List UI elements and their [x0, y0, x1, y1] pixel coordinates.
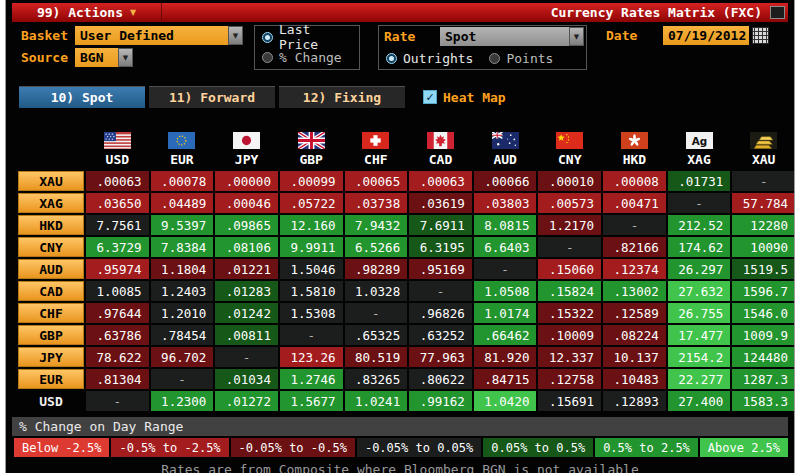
rate-cell-aud-jpy[interactable]: .01221	[215, 259, 278, 279]
rate-cell-aud-xau[interactable]: 1519.5	[732, 259, 795, 279]
rate-cell-cny-jpy[interactable]: .08106	[215, 237, 278, 257]
rate-cell-hkd-xau[interactable]: 12280	[732, 215, 795, 235]
rate-cell-eur-cny[interactable]: .12758	[538, 369, 601, 389]
rate-cell-cad-gbp[interactable]: 1.5810	[280, 281, 343, 301]
rate-cell-aud-cny[interactable]: .15060	[538, 259, 601, 279]
tab-fixing[interactable]: 12) Fixing	[279, 86, 405, 108]
rate-cell-xau-eur[interactable]: .00078	[151, 171, 214, 191]
rate-cell-eur-gbp[interactable]: 1.2746	[280, 369, 343, 389]
row-label-chf[interactable]: CHF	[18, 303, 84, 323]
rate-cell-jpy-jpy[interactable]: -	[215, 347, 278, 367]
column-header-cny[interactable]: CNY	[538, 113, 601, 169]
column-header-usd[interactable]: USD	[86, 113, 149, 169]
rate-cell-chf-usd[interactable]: .97644	[86, 303, 149, 323]
heat-map-toggle[interactable]: ✓ Heat Map	[423, 86, 506, 108]
rate-cell-eur-cad[interactable]: .80622	[409, 369, 472, 389]
rate-cell-xag-aud[interactable]: .03803	[474, 193, 537, 213]
rate-cell-gbp-xau[interactable]: 1009.9	[732, 325, 795, 345]
rate-cell-chf-xau[interactable]: 1546.0	[732, 303, 795, 323]
rate-cell-cad-xau[interactable]: 1596.7	[732, 281, 795, 301]
rate-cell-hkd-cny[interactable]: 1.2170	[538, 215, 601, 235]
rate-cell-cny-eur[interactable]: 7.8384	[151, 237, 214, 257]
rate-cell-jpy-usd[interactable]: 78.622	[86, 347, 149, 367]
rate-cell-xau-chf[interactable]: .00065	[345, 171, 408, 191]
rate-cell-jpy-hkd[interactable]: 10.137	[603, 347, 666, 367]
rate-cell-eur-chf[interactable]: .83265	[345, 369, 408, 389]
rate-cell-xag-usd[interactable]: .03650	[86, 193, 149, 213]
rate-cell-xag-xag[interactable]: -	[668, 193, 731, 213]
rate-cell-xau-xag[interactable]: .01731	[668, 171, 731, 191]
points-radio[interactable]: Points	[489, 48, 553, 68]
row-label-gbp[interactable]: GBP	[18, 325, 84, 345]
rate-select[interactable]: Spot	[440, 27, 569, 46]
rate-cell-jpy-aud[interactable]: 81.920	[474, 347, 537, 367]
rate-cell-cny-gbp[interactable]: 9.9911	[280, 237, 343, 257]
rate-cell-usd-usd[interactable]: -	[86, 391, 149, 411]
rate-cell-hkd-jpy[interactable]: .09865	[215, 215, 278, 235]
rate-cell-aud-aud[interactable]: -	[474, 259, 537, 279]
rate-cell-cad-cny[interactable]: .15824	[538, 281, 601, 301]
row-label-cad[interactable]: CAD	[18, 281, 84, 301]
rate-cell-xau-xau[interactable]: -	[732, 171, 795, 191]
rate-cell-cny-xag[interactable]: 174.62	[668, 237, 731, 257]
rate-cell-usd-cad[interactable]: .99162	[409, 391, 472, 411]
rate-cell-cad-aud[interactable]: 1.0508	[474, 281, 537, 301]
rate-cell-hkd-aud[interactable]: 8.0815	[474, 215, 537, 235]
rate-cell-aud-xag[interactable]: 26.297	[668, 259, 731, 279]
rate-cell-xag-gbp[interactable]: .05722	[280, 193, 343, 213]
rate-cell-jpy-cny[interactable]: 12.337	[538, 347, 601, 367]
rate-cell-jpy-chf[interactable]: 80.519	[345, 347, 408, 367]
rate-cell-hkd-eur[interactable]: 9.5397	[151, 215, 214, 235]
basket-select-arrow[interactable]: ▼	[228, 26, 243, 45]
rate-cell-gbp-cny[interactable]: .10009	[538, 325, 601, 345]
rate-select-arrow[interactable]: ▼	[569, 27, 584, 46]
column-header-hkd[interactable]: HKD	[603, 113, 666, 169]
rate-cell-cny-cad[interactable]: 6.3195	[409, 237, 472, 257]
column-header-aud[interactable]: AUD	[474, 113, 537, 169]
rate-cell-gbp-hkd[interactable]: .08224	[603, 325, 666, 345]
rate-cell-xau-cad[interactable]: .00063	[409, 171, 472, 191]
source-select[interactable]: BGN	[75, 48, 118, 67]
rate-cell-xau-usd[interactable]: .00063	[86, 171, 149, 191]
rate-cell-aud-cad[interactable]: .95169	[409, 259, 472, 279]
rate-cell-usd-hkd[interactable]: .12893	[603, 391, 666, 411]
rate-cell-xau-aud[interactable]: .00066	[474, 171, 537, 191]
rate-cell-cad-eur[interactable]: 1.2403	[151, 281, 214, 301]
basket-select[interactable]: User Defined	[75, 26, 228, 45]
rate-cell-usd-xau[interactable]: 1583.3	[732, 391, 795, 411]
rate-cell-aud-hkd[interactable]: .12374	[603, 259, 666, 279]
rate-cell-cny-aud[interactable]: 6.6403	[474, 237, 537, 257]
actions-button[interactable]: 99) Actions ▼	[12, 3, 162, 22]
rate-cell-cny-usd[interactable]: 6.3729	[86, 237, 149, 257]
rate-cell-jpy-xag[interactable]: 2154.2	[668, 347, 731, 367]
rate-cell-hkd-cad[interactable]: 7.6911	[409, 215, 472, 235]
rate-cell-hkd-usd[interactable]: 7.7561	[86, 215, 149, 235]
rate-cell-xag-xau[interactable]: 57.784	[732, 193, 795, 213]
rate-cell-xag-jpy[interactable]: .00046	[215, 193, 278, 213]
row-label-xag[interactable]: XAG	[18, 193, 84, 213]
rate-cell-cad-cad[interactable]: -	[409, 281, 472, 301]
column-header-xau[interactable]: XAU	[732, 113, 795, 169]
rate-cell-eur-xau[interactable]: 1287.3	[732, 369, 795, 389]
rate-cell-cad-usd[interactable]: 1.0085	[86, 281, 149, 301]
column-header-cad[interactable]: CAD	[409, 113, 472, 169]
rate-cell-gbp-gbp[interactable]: -	[280, 325, 343, 345]
calendar-icon[interactable]	[752, 27, 769, 44]
column-header-xag[interactable]: AgXAG	[668, 113, 731, 169]
rate-cell-usd-xag[interactable]: 27.400	[668, 391, 731, 411]
row-label-cny[interactable]: CNY	[18, 237, 84, 257]
rate-cell-aud-gbp[interactable]: 1.5046	[280, 259, 343, 279]
rate-cell-usd-chf[interactable]: 1.0241	[345, 391, 408, 411]
rate-cell-chf-xag[interactable]: 26.755	[668, 303, 731, 323]
rate-cell-xau-hkd[interactable]: .00008	[603, 171, 666, 191]
tab-forward[interactable]: 11) Forward	[149, 86, 275, 108]
rate-cell-gbp-usd[interactable]: .63786	[86, 325, 149, 345]
rate-cell-cny-cny[interactable]: -	[538, 237, 601, 257]
rate-cell-jpy-xau[interactable]: 124480	[732, 347, 795, 367]
rate-cell-usd-jpy[interactable]: .01272	[215, 391, 278, 411]
rate-cell-gbp-xag[interactable]: 17.477	[668, 325, 731, 345]
rate-cell-chf-aud[interactable]: 1.0174	[474, 303, 537, 323]
column-header-gbp[interactable]: GBP	[280, 113, 343, 169]
rate-cell-chf-gbp[interactable]: 1.5308	[280, 303, 343, 323]
rate-cell-hkd-chf[interactable]: 7.9432	[345, 215, 408, 235]
